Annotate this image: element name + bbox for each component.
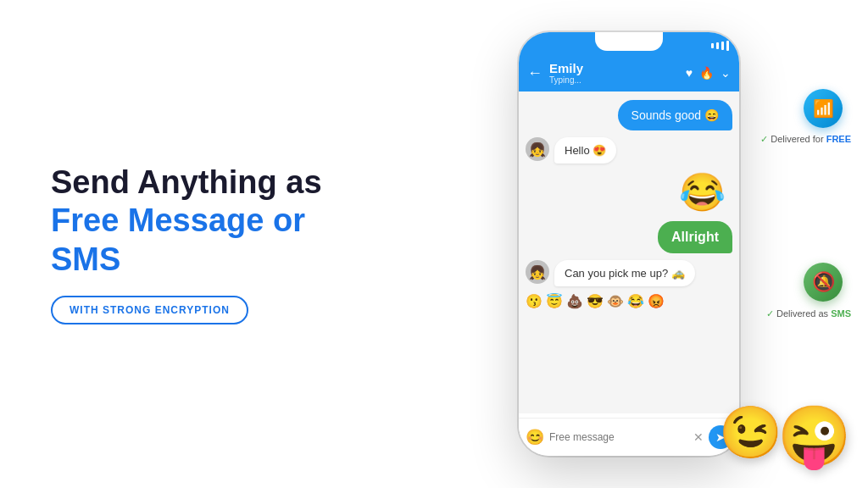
delivered-sms-prefix: Delivered as <box>776 308 828 319</box>
right-section: ← Emily Typing... ♥ 🔥 ⌄ Sounds good 😄 👧 … <box>390 0 868 488</box>
contact-name: Emily <box>549 61 679 75</box>
sent-message-blue: Sounds good 😄 <box>618 100 732 130</box>
delivered-sms-bold: SMS <box>831 308 851 319</box>
chat-body: Sounds good 😄 👧 Hello 😍 😂 Allright 👧 Can… <box>519 92 739 413</box>
heart-icon[interactable]: ♥ <box>686 66 693 80</box>
left-section: Send Anything as Free Message or SMS WIT… <box>0 164 390 325</box>
delivered-free-prefix: Delivered for <box>771 134 823 144</box>
delivered-free-label: ✓ Delivered for FREE <box>760 134 851 145</box>
emoji-laugh[interactable]: 😂 <box>627 293 644 309</box>
emoji-wink[interactable]: 😗 <box>526 293 542 309</box>
phone-notch <box>595 32 663 51</box>
emoji-halo[interactable]: 😇 <box>546 293 563 309</box>
received-row-pickup: 👧 Can you pick me up? 🚕 <box>526 260 732 286</box>
wifi-icon: 📶 <box>813 98 834 119</box>
floating-tongue-emoji: 😜 <box>777 402 851 471</box>
delivered-sms-label: ✓ Delivered as SMS <box>766 308 851 319</box>
headline-line1: Send Anything as <box>51 164 339 202</box>
contact-status: Typing... <box>549 75 679 85</box>
status-icons <box>711 41 729 51</box>
emoji-cool[interactable]: 😎 <box>587 293 604 309</box>
emoji-monkey[interactable]: 🐵 <box>607 293 624 309</box>
signal-bar-3 <box>721 42 724 50</box>
contact-info: Emily Typing... <box>549 61 679 85</box>
message-input[interactable] <box>549 431 688 443</box>
avatar-emily: 👧 <box>526 137 549 161</box>
emoji-picker-row: 😗 😇 💩 😎 🐵 😂 😡 <box>526 293 732 309</box>
header-icons: ♥ 🔥 ⌄ <box>686 66 731 80</box>
floating-wink-emoji: 😉 <box>719 402 782 463</box>
headline-line2: Free Message or SMS <box>51 202 339 279</box>
avatar-emily-2: 👧 <box>526 260 549 284</box>
received-row-hello: 👧 Hello 😍 <box>526 137 732 164</box>
received-message-pickup: Can you pick me up? 🚕 <box>554 260 695 286</box>
phone-mockup: ← Emily Typing... ♥ 🔥 ⌄ Sounds good 😄 👧 … <box>519 32 739 456</box>
received-message-hello: Hello 😍 <box>554 137 616 164</box>
wifi-delivery-badge: 📶 <box>804 89 843 128</box>
signal-bar-2 <box>716 42 719 49</box>
emoji-angry[interactable]: 😡 <box>648 293 665 309</box>
sent-message-green: Allright <box>658 221 732 253</box>
check-icon-free: ✓ <box>760 134 771 144</box>
phone-header: ← Emily Typing... ♥ 🔥 ⌄ <box>519 56 739 92</box>
laugh-sticker: 😂 <box>679 170 726 214</box>
clear-button[interactable]: ✕ <box>693 430 704 444</box>
delivered-free-bold: FREE <box>826 134 851 144</box>
chevron-down-icon[interactable]: ⌄ <box>721 66 731 80</box>
check-icon-sms: ✓ <box>766 308 776 319</box>
emoji-button[interactable]: 😊 <box>526 428 544 446</box>
fire-icon[interactable]: 🔥 <box>699 66 714 80</box>
signal-bar-4 <box>726 41 729 51</box>
signal-bar-1 <box>711 43 714 48</box>
no-wifi-icon: 🔕 <box>812 271 835 293</box>
input-bar: 😊 ✕ ➤ <box>519 418 739 456</box>
back-button[interactable]: ← <box>527 64 542 82</box>
encryption-badge: WITH STRONG ENCRYPTION <box>51 296 248 324</box>
sms-delivery-badge: 🔕 <box>804 263 843 302</box>
emoji-poop[interactable]: 💩 <box>566 293 583 309</box>
